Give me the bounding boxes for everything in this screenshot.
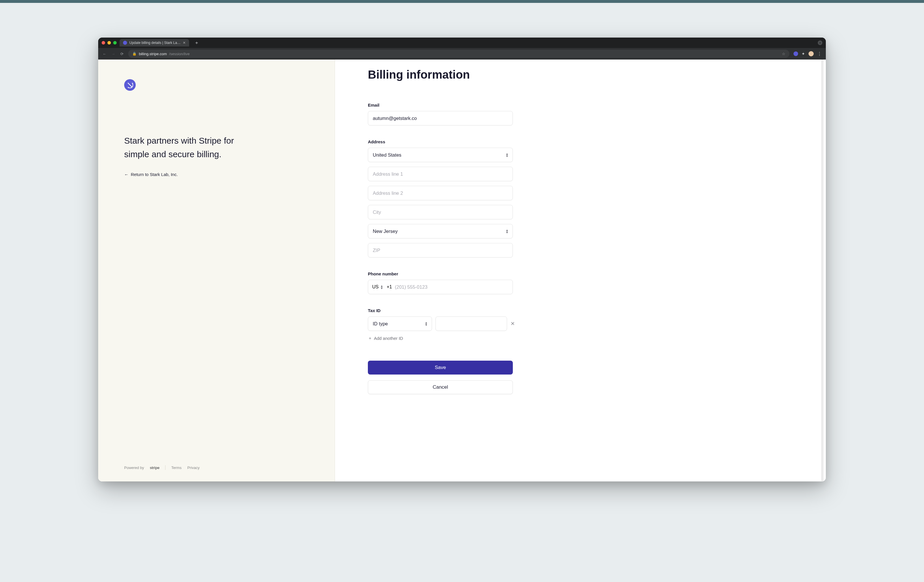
address-group: Address United States ▴▾ New Jersey ▴▾ xyxy=(368,139,791,258)
taxid-value-input[interactable] xyxy=(436,316,507,331)
window-controls xyxy=(102,41,117,45)
email-input[interactable] xyxy=(368,111,513,126)
browser-window: Update billing details | Stark La… ✕ ＋ ✕… xyxy=(98,38,826,481)
remove-taxid-icon[interactable]: ✕ xyxy=(510,321,515,327)
plus-icon: ＋ xyxy=(368,336,372,341)
address-label: Address xyxy=(368,139,791,144)
add-another-label: Add another ID xyxy=(374,336,403,341)
reload-icon[interactable]: ⟳ xyxy=(120,51,124,56)
taxid-type-value: ID type xyxy=(373,321,388,327)
browser-menu-icon[interactable]: ⋮ xyxy=(817,51,822,57)
extension-badge-icon[interactable] xyxy=(794,51,798,56)
sidebar-footer: Powered by stripe Terms Privacy xyxy=(124,465,315,470)
profile-avatar-icon[interactable] xyxy=(808,51,814,56)
phone-group: Phone number US ▴▾ +1 xyxy=(368,271,791,294)
email-group: Email xyxy=(368,103,791,126)
minimize-window-icon[interactable] xyxy=(107,41,111,45)
button-row: Save Cancel xyxy=(368,360,513,400)
terms-link[interactable]: Terms xyxy=(171,466,182,470)
lock-icon: 🔒 xyxy=(132,52,137,56)
return-link[interactable]: ← Return to Stark Lab, Inc. xyxy=(124,172,315,177)
zip-input[interactable] xyxy=(368,243,513,258)
arrow-left-icon: ← xyxy=(124,172,129,177)
privacy-link[interactable]: Privacy xyxy=(187,466,200,470)
chevron-updown-icon: ▴▾ xyxy=(506,229,508,234)
taxid-label: Tax ID xyxy=(368,308,791,313)
close-window-icon[interactable] xyxy=(102,41,105,45)
phone-label: Phone number xyxy=(368,271,791,276)
bookmark-star-icon[interactable]: ☆ xyxy=(782,52,785,56)
phone-country-select[interactable]: US ▴▾ xyxy=(368,284,387,289)
maximize-window-icon[interactable] xyxy=(113,41,117,45)
add-another-id-button[interactable]: ＋ Add another ID xyxy=(368,336,791,341)
powered-by-label: Powered by xyxy=(124,466,144,470)
back-icon[interactable]: ← xyxy=(102,51,107,56)
page-top-stripe xyxy=(0,0,924,3)
tab-title: Update billing details | Stark La… xyxy=(129,41,180,45)
country-select[interactable]: United States ▴▾ xyxy=(368,148,513,162)
new-tab-button[interactable]: ＋ xyxy=(192,40,201,46)
country-value: United States xyxy=(373,152,401,158)
extensions-icon[interactable]: ✦ xyxy=(802,51,805,56)
phone-input[interactable] xyxy=(395,284,508,290)
browser-tab[interactable]: Update billing details | Stark La… ✕ xyxy=(120,39,189,46)
state-select[interactable]: New Jersey ▴▾ xyxy=(368,224,513,238)
url-path: /session/live xyxy=(169,52,190,56)
tab-favicon-icon xyxy=(123,41,127,45)
chevron-updown-icon: ▴▾ xyxy=(425,321,427,326)
tab-overflow-close-icon[interactable]: ✕ xyxy=(818,40,822,45)
sidebar: Stark partners with Stripe for simple an… xyxy=(98,60,335,481)
taxid-type-select[interactable]: ID type ▴▾ xyxy=(368,316,432,331)
phone-prefix: +1 xyxy=(387,284,395,289)
footer-divider xyxy=(165,465,165,470)
browser-toolbar: ← → ⟳ 🔒 billing.stripe.com/session/live … xyxy=(98,48,826,60)
page-title: Billing information xyxy=(368,68,791,81)
address-bar[interactable]: 🔒 billing.stripe.com/session/live ☆ xyxy=(128,50,789,58)
brand-logo-icon xyxy=(124,79,136,91)
phone-cc-label: US xyxy=(372,284,379,289)
chevron-updown-icon: ▴▾ xyxy=(381,284,383,289)
address-line2-input[interactable] xyxy=(368,186,513,200)
city-input[interactable] xyxy=(368,205,513,219)
tab-close-icon[interactable]: ✕ xyxy=(183,41,186,45)
browser-chrome: Update billing details | Stark La… ✕ ＋ ✕… xyxy=(98,38,826,60)
return-link-label: Return to Stark Lab, Inc. xyxy=(131,172,178,177)
taxid-row: ID type ▴▾ ✕ xyxy=(368,316,518,331)
state-value: New Jersey xyxy=(373,228,398,234)
browser-tab-strip: Update billing details | Stark La… ✕ ＋ ✕ xyxy=(98,38,826,48)
address-line1-input[interactable] xyxy=(368,167,513,181)
stripe-wordmark: stripe xyxy=(150,466,160,470)
forward-icon[interactable]: → xyxy=(111,51,116,56)
taxid-group: Tax ID ID type ▴▾ ✕ ＋ Add another ID xyxy=(368,308,791,341)
page-viewport: Stark partners with Stripe for simple an… xyxy=(98,60,826,481)
address-stack: United States ▴▾ New Jersey ▴▾ xyxy=(368,148,791,258)
toolbar-right: ✦ ⋮ xyxy=(794,51,822,57)
phone-row: US ▴▾ +1 xyxy=(368,280,513,294)
email-label: Email xyxy=(368,103,791,107)
cancel-button[interactable]: Cancel xyxy=(368,380,513,394)
main-content: Billing information Email Address United… xyxy=(335,60,826,481)
save-button[interactable]: Save xyxy=(368,360,513,375)
sidebar-tagline: Stark partners with Stripe for simple an… xyxy=(124,134,246,161)
canvas: Update billing details | Stark La… ✕ ＋ ✕… xyxy=(0,3,924,582)
url-host: billing.stripe.com xyxy=(139,52,167,56)
chevron-updown-icon: ▴▾ xyxy=(506,152,508,157)
